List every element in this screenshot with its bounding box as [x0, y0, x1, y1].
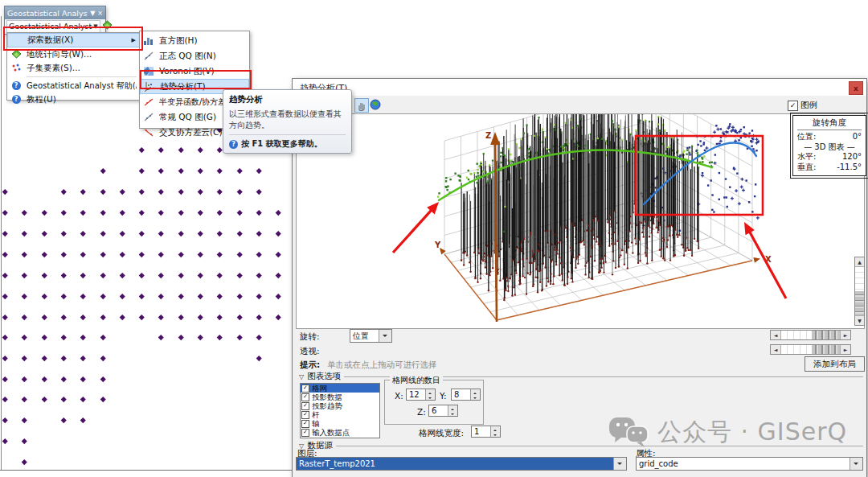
map-point: [2, 231, 7, 236]
checkbox-check-icon: ✓: [301, 429, 309, 437]
map-point: [237, 231, 242, 236]
layer-combo[interactable]: RasterT_temp2021: [296, 457, 627, 471]
map-point: [139, 210, 144, 215]
toolbar-options-caret-icon[interactable]: ▼: [90, 10, 95, 17]
map-point: [22, 397, 27, 401]
subset-features-icon: [9, 63, 23, 74]
map-point: [22, 417, 27, 422]
map-point: [198, 294, 203, 298]
y-count-label: Y:: [440, 391, 447, 401]
map-point: [22, 315, 27, 319]
trend-3d-chart[interactable]: ZXY: [296, 113, 865, 329]
tooltip-separator: [229, 134, 346, 135]
perspective-slider[interactable]: ◄ ►: [770, 344, 851, 355]
perspective-label: 透视:: [300, 346, 320, 357]
map-point: [100, 294, 105, 298]
map-point: [61, 335, 66, 339]
legend-row-horizontal: 水平:120°: [797, 152, 862, 162]
map-point: [256, 273, 261, 278]
map-point: [139, 273, 144, 278]
map-point: [80, 356, 85, 360]
list-item-input-data-points[interactable]: ✓输入数据点: [301, 428, 379, 437]
map-point: [22, 335, 27, 339]
map-point: [100, 231, 105, 236]
map-point: [256, 189, 261, 194]
map-point: [22, 210, 27, 215]
histogram-icon: [141, 35, 156, 47]
rotate-mode-combo[interactable]: 位置: [350, 329, 392, 343]
map-point: [139, 168, 144, 173]
map-point: [198, 315, 203, 319]
trend-3d-plot-svg[interactable]: ZXY: [297, 114, 862, 327]
map-point: [80, 252, 85, 257]
combo-arrow-icon[interactable]: [850, 458, 862, 470]
add-to-layout-button[interactable]: 添加到布局: [805, 356, 865, 372]
map-point: [178, 168, 183, 173]
map-point: [178, 273, 183, 278]
combo-arrow-icon[interactable]: [613, 458, 626, 470]
map-point: [42, 335, 47, 339]
trend-analysis-tooltip: 趋势分析 以三维形式查看数据以便查看其方向趋势。 ? 按 F1 获取更多帮助。: [223, 89, 352, 154]
list-item-projected-trend[interactable]: ✓投影趋势: [301, 401, 379, 410]
map-point: [80, 273, 85, 278]
map-point: [100, 335, 105, 339]
menu-item-tutorial[interactable]: ? 教程(U): [7, 93, 140, 106]
cross-covariance-icon: [141, 127, 156, 138]
submenu-item-normal-qq[interactable]: 正态 QQ 图(N): [140, 48, 249, 64]
map-point: [22, 356, 27, 360]
list-item-axes[interactable]: ✓轴: [301, 419, 379, 428]
list-item-projected-data[interactable]: ✓投影数据: [301, 393, 379, 401]
attribute-combo[interactable]: grid_code: [636, 457, 863, 471]
menu-item-help[interactable]: ? Geostatistical Analyst 帮助(A): [7, 79, 140, 93]
checkbox-check-icon: ✓: [788, 101, 798, 111]
vertical-rotation-slider[interactable]: ▲ ▼: [854, 257, 865, 326]
pan-hand-tool-button[interactable]: [354, 98, 369, 113]
watermark: 公众号 · GISerQ: [608, 414, 847, 450]
submenu-item-histogram[interactable]: 直方图(H): [140, 33, 249, 48]
map-point: [178, 210, 183, 215]
globe-tool-button[interactable]: [369, 98, 382, 111]
map-point: [120, 252, 125, 257]
help-icon: ?: [9, 94, 23, 105]
map-point: [80, 294, 85, 298]
map-point: [198, 168, 203, 173]
rotation-slider[interactable]: ◄ ►: [770, 330, 851, 340]
map-point: [217, 252, 222, 257]
arcmap-application: Geostatistical Analyst ▼ × Geostatistica…: [0, 0, 868, 477]
legend-checkbox[interactable]: ✓ 图例: [788, 100, 817, 111]
svg-text:Z: Z: [485, 131, 491, 140]
map-point: [22, 438, 27, 443]
slider-left-icon: ◄: [771, 345, 781, 354]
map-point: [198, 189, 203, 194]
map-point: [42, 397, 47, 401]
dialog-close-button[interactable]: x: [849, 81, 863, 95]
map-point: [120, 189, 125, 194]
list-item-grid[interactable]: ✓格网: [301, 384, 379, 393]
map-point: [256, 231, 261, 236]
map-point: [276, 315, 280, 319]
map-point: [256, 315, 261, 319]
map-point: [158, 252, 163, 257]
toolbar-titlebar[interactable]: Geostatistical Analyst ▼ ×: [5, 6, 105, 19]
menu-item-subset-features[interactable]: 子集要素(S)...: [7, 61, 140, 75]
map-point: [2, 356, 7, 360]
list-item-sticks[interactable]: ✓杆: [301, 410, 379, 419]
z-count-spinner[interactable]: 6: [428, 405, 458, 417]
collapse-icon: ▽: [299, 373, 304, 380]
dialog-titlebar[interactable]: 趋势分析(T): [293, 79, 866, 97]
map-point: [217, 168, 222, 173]
toolbar-close-icon[interactable]: ×: [97, 10, 103, 17]
map-point: [2, 210, 7, 215]
map-point: [139, 231, 144, 236]
map-point: [61, 294, 66, 298]
rotate-label: 旋转:: [300, 331, 320, 343]
y-count-spinner[interactable]: 8: [451, 389, 481, 401]
semivariogram-icon: [141, 97, 156, 108]
map-point: [237, 168, 242, 173]
x-count-spinner[interactable]: 12: [406, 389, 436, 401]
map-point: [237, 252, 242, 257]
combo-arrow-icon[interactable]: [379, 330, 391, 342]
grid-line-width-spinner[interactable]: 1: [471, 426, 501, 438]
map-point: [139, 315, 144, 319]
chart-options-list[interactable]: ✓格网 ✓投影数据 ✓投影趋势 ✓杆 ✓轴 ✓输入数据点: [300, 383, 380, 438]
